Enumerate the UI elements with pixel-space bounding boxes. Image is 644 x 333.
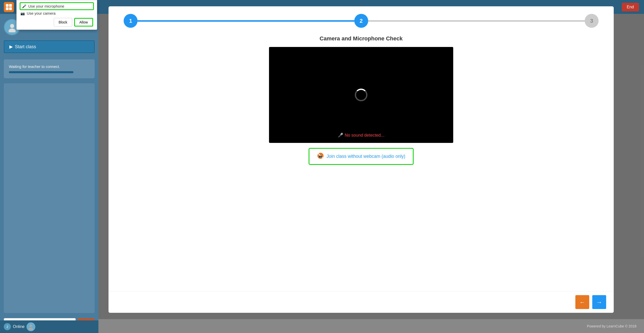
block-button[interactable]: Block [54, 18, 72, 27]
permission-buttons: Block Allow [20, 18, 93, 27]
waiting-progress-bar [9, 71, 73, 73]
allow-button[interactable]: Allow [74, 18, 93, 27]
main-modal: 1 2 3 Camera and Microphone Check 🎤 No s… [109, 6, 614, 313]
modal-footer: ← → [109, 291, 614, 313]
video-preview-area: 🎤 No sound detected... [269, 47, 453, 143]
next-button[interactable]: → [592, 295, 606, 309]
mic-warning-icon: 🎤 [338, 133, 343, 138]
waiting-text: Waiting for teacher to connect. [9, 64, 60, 69]
mic-permission-label: Use your microphone [28, 4, 64, 8]
svg-point-6 [30, 325, 32, 327]
camera-icon: 📷 [20, 11, 25, 15]
cam-permission-item: 📷 Use your camera [20, 11, 93, 15]
chat-messages-area [4, 83, 95, 313]
start-class-button[interactable]: ▶ Start class [4, 40, 95, 53]
microphone-icon: 🎤 [22, 4, 26, 8]
svg-point-4 [10, 24, 14, 28]
svg-rect-3 [9, 7, 12, 10]
step-1-circle: 1 [124, 14, 138, 28]
step-2-circle: 2 [354, 14, 368, 28]
svg-text:📷: 📷 [319, 154, 322, 158]
permission-popup: 🎤 Use your microphone 📷 Use your camera … [16, 0, 97, 30]
step-3-circle: 3 [585, 14, 599, 28]
sidebar: ▶ Start class Waiting for teacher to con… [0, 0, 98, 333]
step-line-1-2 [138, 20, 354, 22]
join-without-webcam-label: Join class without webcam (audio only) [327, 154, 405, 159]
previous-button[interactable]: ← [575, 295, 589, 309]
no-sound-text: No sound detected... [345, 133, 384, 138]
webcam-off-icon: 📷 [317, 152, 324, 161]
svg-point-7 [29, 328, 33, 330]
page-footer: Powered by LearnCube © 2018 [98, 319, 644, 333]
steps-bar: 1 2 3 [109, 6, 614, 35]
online-label: Online [13, 324, 24, 329]
loading-spinner [355, 89, 367, 101]
svg-rect-1 [9, 4, 12, 7]
join-without-webcam-button[interactable]: 📷 Join class without webcam (audio only) [309, 148, 414, 165]
svg-rect-2 [6, 7, 9, 10]
cam-permission-label: Use your camera [27, 11, 56, 15]
powered-by-text: Powered by LearnCube © 2018 [587, 324, 636, 328]
sidebar-logo [4, 2, 14, 12]
no-sound-indicator: 🎤 No sound detected... [338, 133, 384, 138]
step-line-2-3 [368, 20, 585, 22]
end-button[interactable]: End [622, 3, 639, 11]
svg-rect-0 [6, 4, 9, 7]
start-class-label: Start class [15, 44, 36, 49]
waiting-box: Waiting for teacher to connect. [4, 59, 95, 78]
svg-point-5 [9, 29, 16, 32]
modal-title: Camera and Microphone Check [109, 35, 614, 42]
play-icon: ▶ [9, 44, 13, 49]
mic-permission-item: 🎤 Use your microphone [20, 2, 94, 10]
online-user-avatar [26, 322, 35, 331]
online-count: 2 [4, 323, 11, 330]
online-bar: 2 Online [0, 320, 98, 333]
